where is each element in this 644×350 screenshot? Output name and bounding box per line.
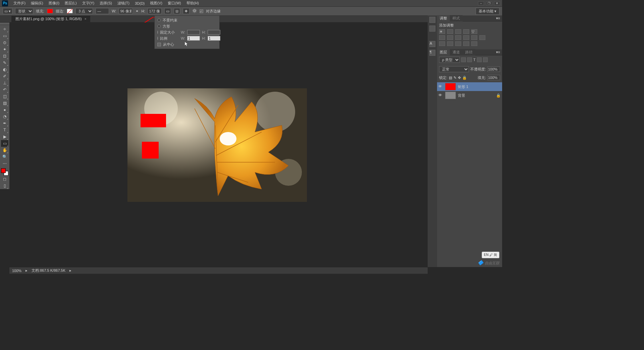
close-tab-icon[interactable]: × [85,17,87,21]
edit-toolbar-icon[interactable]: ⋯ [1,160,8,167]
menu-view[interactable]: 视图(V) [147,1,165,6]
rectangle-tool[interactable]: ▭ [1,140,8,147]
shape-mode-select[interactable]: 形状 [15,8,33,14]
menu-help[interactable]: 帮助(H) [184,1,202,6]
link-wh-icon[interactable]: ⚭ [136,9,139,13]
doc-info-menu-icon[interactable]: ▸ [69,268,71,273]
layer-item[interactable]: 👁 背景 🔒 [437,91,502,100]
wand-tool[interactable]: ✦ [1,46,8,53]
radio-fixed-size[interactable] [157,31,158,34]
hue-icon[interactable] [439,35,445,40]
character-panel-icon[interactable]: A [429,41,435,47]
bw-icon[interactable] [455,35,461,40]
layer-thumbnail[interactable] [445,83,456,90]
brush-tool[interactable]: ✐ [1,73,8,80]
adjustments-tab[interactable]: 调整 [437,15,450,21]
path-align-icon[interactable]: ⊟ [174,8,180,14]
gradient-map-icon[interactable] [463,41,469,46]
blend-mode-select[interactable]: 正常 [439,66,469,72]
brightness-icon[interactable]: ☀ [439,29,445,34]
layer-item[interactable]: 👁 矩形 1 [437,82,502,91]
visibility-icon[interactable]: 👁 [438,84,443,89]
curves-icon[interactable] [455,29,461,34]
paragraph-panel-icon[interactable]: ¶ [429,50,435,56]
heal-tool[interactable]: ◐ [1,66,8,73]
menu-edit[interactable]: 编辑(E) [28,1,46,6]
balance-icon[interactable] [447,35,453,40]
layer-name[interactable]: 矩形 1 [458,84,468,89]
tool-preset[interactable]: ▭ ▾ [3,8,12,14]
panel-handle[interactable] [0,23,9,25]
hand-tool[interactable]: ✋ [1,147,8,154]
panel-menu-icon[interactable]: ▾≡ [494,16,502,20]
menu-window[interactable]: 窗口(W) [165,1,184,6]
radio-proportional[interactable] [157,37,158,40]
close-button[interactable]: ✕ [494,1,500,5]
invert-icon[interactable] [439,41,445,46]
mixer-icon[interactable] [471,35,477,40]
gear-icon[interactable] [192,8,197,14]
zoom-tool[interactable]: 🔍 [1,154,8,160]
height-input[interactable] [148,8,162,14]
menu-image[interactable]: 图像(I) [46,1,62,6]
lock-image-icon[interactable]: ✎ [453,76,457,80]
quick-mask-icon[interactable]: ◻ [1,176,8,182]
menu-type[interactable]: 文字(Y) [79,1,97,6]
minimize-button[interactable]: – [478,1,484,5]
visibility-icon[interactable]: 👁 [438,93,443,98]
crop-tool[interactable]: ⊡ [1,53,8,59]
lookup-icon[interactable] [479,35,485,40]
path-select-tool[interactable]: ▶ [1,133,8,140]
photo-filter-icon[interactable] [463,35,469,40]
zoom-menu-icon[interactable]: ▸ [25,268,28,273]
history-brush-tool[interactable]: ↶ [1,86,8,93]
menu-3d[interactable]: 3D(D) [132,1,147,5]
gradient-tool[interactable]: ▤ [1,100,8,106]
stroke-color-swatch[interactable] [67,9,73,13]
layers-menu-icon[interactable]: ▾≡ [494,50,502,54]
menu-file[interactable]: 文件(F) [11,1,28,6]
red-rectangle-2[interactable] [142,142,159,159]
marquee-tool[interactable]: ▭ [1,33,8,39]
layer-name[interactable]: 背景 [458,93,465,98]
layer-kind-select[interactable]: ρ 类型 [439,57,460,63]
paths-tab[interactable]: 路径 [463,49,475,55]
levels-icon[interactable] [447,29,453,34]
threshold-icon[interactable] [455,41,461,46]
menu-select[interactable]: 选择(S) [97,1,115,6]
width-input[interactable] [119,8,133,14]
exposure-icon[interactable] [463,29,469,34]
fill-input[interactable] [487,75,500,80]
posterize-icon[interactable] [447,41,453,46]
fg-bg-colors[interactable] [1,168,8,176]
properties-panel-icon[interactable] [429,26,435,32]
eraser-tool[interactable]: ◫ [1,93,8,100]
selective-icon[interactable] [471,41,477,46]
lock-transparent-icon[interactable]: ▧ [449,76,452,80]
eyedropper-tool[interactable]: ✎ [1,59,8,66]
workspace-select[interactable]: 基本功能 ▾ [476,8,499,15]
ime-indicator[interactable]: EN 🖊 简 [482,252,499,258]
foreground-color[interactable] [1,168,6,173]
path-arrange-icon[interactable]: ❖ [183,8,190,14]
stroke-type[interactable]: — [96,8,109,14]
filter-pixel-icon[interactable] [461,57,466,62]
channels-tab[interactable]: 通道 [450,49,463,55]
filter-shape-icon[interactable] [477,57,482,62]
type-tool[interactable]: T [1,127,8,133]
lock-position-icon[interactable]: ✥ [458,76,461,80]
layer-thumbnail[interactable] [445,92,456,99]
canvas[interactable] [127,88,307,202]
filter-type-icon[interactable]: T [473,58,476,62]
vibrance-icon[interactable]: ▽ [471,29,477,34]
dodge-tool[interactable]: ◔ [1,113,8,120]
blur-tool[interactable]: ● [1,106,8,113]
opacity-input[interactable] [487,67,500,72]
layers-tab[interactable]: 图层 [437,49,450,55]
document-tab[interactable]: 图片素材1.png @ 100% (矩形 1, RGB/8)× [11,16,90,22]
radio-unconstrained[interactable] [157,18,161,22]
radio-square[interactable] [157,25,161,28]
filter-adjust-icon[interactable] [467,57,472,62]
red-rectangle-1[interactable] [141,114,166,127]
fill-color-swatch[interactable] [47,9,53,13]
